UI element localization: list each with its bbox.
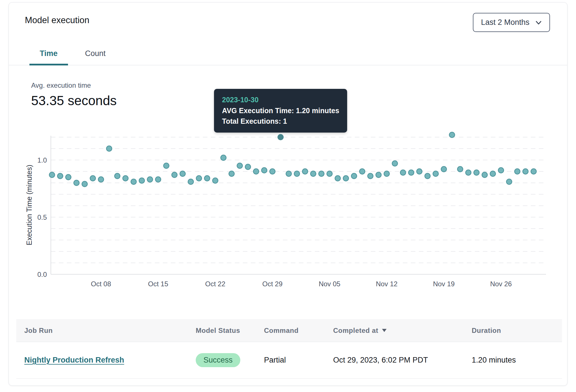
tooltip-total-executions: Total Executions: 1 bbox=[222, 116, 339, 127]
data-point[interactable] bbox=[180, 171, 185, 177]
tooltip-avg-time: AVG Execution Time: 1.20 minutes bbox=[222, 105, 339, 116]
data-point[interactable] bbox=[82, 181, 87, 187]
data-point[interactable] bbox=[311, 171, 316, 177]
data-point-highlighted[interactable] bbox=[278, 135, 283, 140]
data-point[interactable] bbox=[417, 169, 422, 174]
data-point[interactable] bbox=[270, 169, 275, 174]
x-tick-label: Oct 15 bbox=[148, 280, 168, 288]
data-point[interactable] bbox=[457, 167, 463, 172]
job-run-link[interactable]: Nightly Production Refresh bbox=[24, 356, 124, 364]
data-point[interactable] bbox=[327, 171, 332, 177]
data-point[interactable] bbox=[229, 171, 234, 177]
data-point[interactable] bbox=[204, 176, 210, 181]
column-label: Duration bbox=[472, 327, 501, 335]
data-point[interactable] bbox=[115, 173, 120, 179]
data-point[interactable] bbox=[237, 163, 243, 169]
data-point[interactable] bbox=[449, 132, 455, 138]
column-header-model-status[interactable]: Model Status bbox=[196, 327, 264, 335]
column-header-duration[interactable]: Duration bbox=[472, 327, 562, 335]
data-point[interactable] bbox=[343, 176, 349, 181]
data-point[interactable] bbox=[107, 146, 112, 151]
column-header-command[interactable]: Command bbox=[264, 327, 333, 335]
data-point[interactable] bbox=[98, 177, 104, 182]
data-point[interactable] bbox=[392, 161, 398, 166]
model-execution-card: Model execution Last 2 Months Time Count… bbox=[9, 2, 567, 386]
completed-at-cell: Oct 29, 2023, 6:02 PM PDT bbox=[333, 356, 472, 365]
chart-tooltip: 2023-10-30 AVG Execution Time: 1.20 minu… bbox=[214, 89, 347, 133]
data-point[interactable] bbox=[319, 171, 324, 177]
data-point[interactable] bbox=[139, 178, 145, 183]
y-tick-label: 1.0 bbox=[37, 156, 47, 164]
data-point[interactable] bbox=[286, 171, 291, 177]
data-point[interactable] bbox=[482, 172, 487, 178]
data-point[interactable] bbox=[221, 155, 226, 161]
data-point[interactable] bbox=[302, 169, 308, 174]
tab-count[interactable]: Count bbox=[75, 49, 116, 65]
data-point[interactable] bbox=[213, 178, 218, 183]
data-point[interactable] bbox=[441, 167, 447, 172]
data-point[interactable] bbox=[490, 171, 495, 177]
sort-desc-icon bbox=[382, 329, 387, 333]
card-header: Model execution Last 2 Months bbox=[9, 3, 567, 32]
tooltip-date: 2023-10-30 bbox=[222, 95, 339, 105]
chart-tabs: Time Count bbox=[9, 49, 567, 65]
date-range-value: Last 2 Months bbox=[481, 18, 529, 27]
data-point[interactable] bbox=[384, 171, 389, 177]
data-point[interactable] bbox=[359, 169, 365, 174]
data-point[interactable] bbox=[351, 173, 357, 179]
data-point[interactable] bbox=[507, 179, 512, 185]
data-point[interactable] bbox=[155, 177, 161, 182]
chevron-down-icon bbox=[535, 19, 542, 26]
data-point[interactable] bbox=[196, 176, 202, 181]
status-badge: Success bbox=[196, 353, 240, 367]
data-point[interactable] bbox=[131, 179, 136, 185]
data-point[interactable] bbox=[245, 164, 251, 170]
data-point[interactable] bbox=[523, 169, 528, 174]
x-tick-label: Nov 12 bbox=[376, 280, 397, 288]
x-tick-label: Oct 29 bbox=[262, 280, 283, 288]
data-point[interactable] bbox=[57, 173, 63, 179]
x-tick-label: Nov 05 bbox=[319, 280, 340, 288]
duration-cell: 1.20 minutes bbox=[472, 356, 562, 365]
data-point[interactable] bbox=[294, 171, 300, 177]
data-point[interactable] bbox=[400, 170, 406, 175]
data-point[interactable] bbox=[74, 180, 79, 186]
table-row: Nightly Production Refresh Success Parti… bbox=[16, 342, 562, 379]
column-label: Completed at bbox=[333, 327, 378, 335]
execution-time-chart: 2023-10-30 AVG Execution Time: 1.20 minu… bbox=[9, 121, 567, 293]
data-point[interactable] bbox=[498, 168, 504, 173]
metric-label: Avg. execution time bbox=[31, 81, 567, 89]
x-tick-label: Oct 22 bbox=[205, 280, 225, 288]
column-label: Job Run bbox=[24, 327, 53, 335]
data-point[interactable] bbox=[474, 170, 479, 175]
data-point[interactable] bbox=[425, 173, 430, 179]
data-point[interactable] bbox=[90, 176, 95, 181]
tab-time[interactable]: Time bbox=[29, 49, 68, 65]
data-point[interactable] bbox=[66, 175, 71, 180]
data-point[interactable] bbox=[531, 169, 536, 174]
data-point[interactable] bbox=[368, 173, 373, 179]
y-tick-label: 0.5 bbox=[37, 213, 47, 221]
data-point[interactable] bbox=[515, 169, 520, 174]
data-point[interactable] bbox=[409, 170, 414, 175]
data-point[interactable] bbox=[172, 172, 177, 178]
data-point[interactable] bbox=[253, 169, 259, 174]
data-point[interactable] bbox=[147, 177, 153, 182]
column-header-completed-at[interactable]: Completed at bbox=[333, 327, 472, 335]
date-range-dropdown[interactable]: Last 2 Months bbox=[473, 13, 550, 32]
data-point[interactable] bbox=[376, 172, 381, 178]
column-label: Model Status bbox=[196, 327, 240, 335]
data-point[interactable] bbox=[335, 176, 341, 181]
data-point[interactable] bbox=[261, 168, 267, 173]
data-point[interactable] bbox=[188, 179, 193, 185]
data-point[interactable] bbox=[433, 171, 438, 177]
y-tick-label: 0.0 bbox=[37, 271, 47, 278]
column-label: Command bbox=[264, 327, 299, 335]
data-point[interactable] bbox=[466, 170, 471, 175]
data-point[interactable] bbox=[49, 172, 55, 178]
data-point[interactable] bbox=[123, 176, 128, 181]
data-point[interactable] bbox=[164, 163, 169, 169]
y-axis-title: Execution Time (minutes) bbox=[25, 165, 33, 245]
job-runs-table: Job Run Model Status Command Completed a… bbox=[16, 319, 562, 379]
column-header-job-run[interactable]: Job Run bbox=[24, 327, 196, 335]
